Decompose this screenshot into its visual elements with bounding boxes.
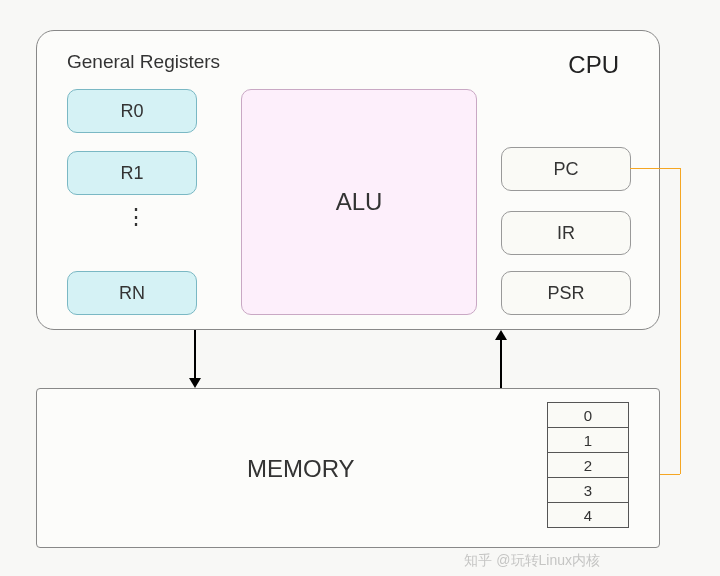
register-r0: R0	[67, 89, 197, 133]
arrow-up-head-icon	[495, 330, 507, 340]
arrow-memory-to-cpu	[500, 338, 502, 388]
register-rn: RN	[67, 271, 197, 315]
memory-cells-table: 0 1 2 3 4	[547, 403, 629, 528]
pc-pointer-line-h1	[630, 168, 680, 169]
memory-cell: 4	[547, 502, 629, 528]
general-registers-title: General Registers	[67, 51, 220, 73]
psr-register: PSR	[501, 271, 631, 315]
cpu-container: General Registers CPU R0 R1 ⋮ RN ALU PC …	[36, 30, 660, 330]
memory-cell: 2	[547, 452, 629, 478]
memory-container: MEMORY 0 1 2 3 4	[36, 388, 660, 548]
memory-cell: 0	[547, 402, 629, 428]
ellipsis-icon: ⋮	[125, 211, 149, 222]
pc-register: PC	[501, 147, 631, 191]
arrow-cpu-to-memory	[194, 330, 196, 380]
pc-pointer-line-v	[680, 168, 681, 474]
register-r1: R1	[67, 151, 197, 195]
memory-label: MEMORY	[247, 455, 355, 483]
memory-cell: 3	[547, 477, 629, 503]
arrow-down-head-icon	[189, 378, 201, 388]
alu-block: ALU	[241, 89, 477, 315]
watermark-text: 知乎 @玩转Linux内核	[464, 552, 600, 570]
cpu-label: CPU	[568, 51, 619, 79]
memory-cell: 1	[547, 427, 629, 453]
ir-register: IR	[501, 211, 631, 255]
